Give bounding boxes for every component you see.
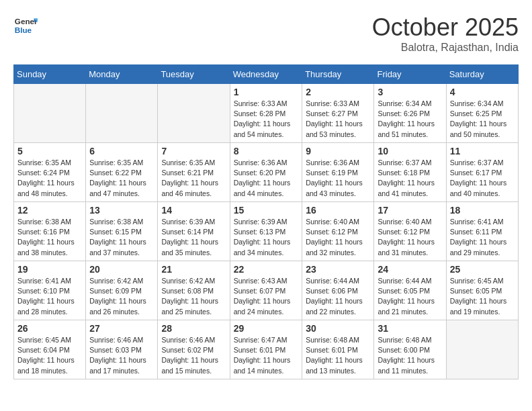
calendar-cell: 11Sunrise: 6:37 AM Sunset: 6:17 PM Dayli…	[446, 143, 518, 202]
day-info: Sunrise: 6:48 AM Sunset: 6:00 PM Dayligh…	[378, 335, 442, 376]
week-row-4: 19Sunrise: 6:41 AM Sunset: 6:10 PM Dayli…	[14, 261, 519, 320]
calendar-cell: 6Sunrise: 6:35 AM Sunset: 6:22 PM Daylig…	[86, 143, 158, 202]
weekday-header-sunday: Sunday	[14, 65, 86, 84]
calendar-cell: 12Sunrise: 6:38 AM Sunset: 6:16 PM Dayli…	[14, 202, 86, 261]
day-number: 28	[161, 323, 226, 334]
day-number: 21	[161, 264, 226, 275]
calendar-cell: 25Sunrise: 6:45 AM Sunset: 6:05 PM Dayli…	[446, 261, 518, 320]
day-info: Sunrise: 6:33 AM Sunset: 6:27 PM Dayligh…	[306, 99, 370, 140]
day-info: Sunrise: 6:37 AM Sunset: 6:17 PM Dayligh…	[450, 158, 515, 199]
calendar-cell: 28Sunrise: 6:46 AM Sunset: 6:02 PM Dayli…	[158, 320, 230, 379]
day-info: Sunrise: 6:35 AM Sunset: 6:24 PM Dayligh…	[17, 158, 82, 199]
day-info: Sunrise: 6:35 AM Sunset: 6:22 PM Dayligh…	[89, 158, 154, 199]
weekday-header-monday: Monday	[86, 65, 158, 84]
calendar-cell	[14, 84, 86, 143]
calendar-cell: 9Sunrise: 6:36 AM Sunset: 6:19 PM Daylig…	[302, 143, 374, 202]
week-row-2: 5Sunrise: 6:35 AM Sunset: 6:24 PM Daylig…	[14, 143, 519, 202]
calendar-cell: 31Sunrise: 6:48 AM Sunset: 6:00 PM Dayli…	[374, 320, 446, 379]
calendar-table: SundayMondayTuesdayWednesdayThursdayFrid…	[13, 64, 519, 379]
calendar-cell: 16Sunrise: 6:40 AM Sunset: 6:12 PM Dayli…	[302, 202, 374, 261]
day-info: Sunrise: 6:42 AM Sunset: 6:09 PM Dayligh…	[89, 276, 154, 317]
day-info: Sunrise: 6:36 AM Sunset: 6:19 PM Dayligh…	[306, 158, 370, 199]
day-info: Sunrise: 6:47 AM Sunset: 6:01 PM Dayligh…	[234, 335, 299, 376]
day-info: Sunrise: 6:40 AM Sunset: 6:12 PM Dayligh…	[306, 217, 370, 258]
calendar-cell: 30Sunrise: 6:48 AM Sunset: 6:01 PM Dayli…	[302, 320, 374, 379]
calendar-cell: 19Sunrise: 6:41 AM Sunset: 6:10 PM Dayli…	[14, 261, 86, 320]
day-number: 15	[234, 205, 299, 216]
month-title: October 2025	[372, 13, 519, 42]
calendar-cell: 10Sunrise: 6:37 AM Sunset: 6:18 PM Dayli…	[374, 143, 446, 202]
day-number: 4	[450, 87, 515, 97]
calendar-cell: 13Sunrise: 6:38 AM Sunset: 6:15 PM Dayli…	[86, 202, 158, 261]
calendar-cell: 5Sunrise: 6:35 AM Sunset: 6:24 PM Daylig…	[14, 143, 86, 202]
day-info: Sunrise: 6:44 AM Sunset: 6:06 PM Dayligh…	[306, 276, 370, 317]
day-number: 22	[234, 264, 299, 275]
calendar-cell: 3Sunrise: 6:34 AM Sunset: 6:26 PM Daylig…	[374, 84, 446, 143]
calendar-cell: 1Sunrise: 6:33 AM Sunset: 6:28 PM Daylig…	[230, 84, 302, 143]
day-number: 1	[234, 87, 299, 97]
day-info: Sunrise: 6:39 AM Sunset: 6:14 PM Dayligh…	[161, 217, 226, 258]
day-number: 12	[17, 205, 82, 216]
day-number: 17	[378, 205, 442, 216]
day-info: Sunrise: 6:33 AM Sunset: 6:28 PM Dayligh…	[234, 99, 299, 140]
page-header: General Blue October 2025 Balotra, Rajas…	[13, 13, 519, 54]
day-info: Sunrise: 6:39 AM Sunset: 6:13 PM Dayligh…	[234, 217, 299, 258]
calendar-cell: 23Sunrise: 6:44 AM Sunset: 6:06 PM Dayli…	[302, 261, 374, 320]
week-row-5: 26Sunrise: 6:45 AM Sunset: 6:04 PM Dayli…	[14, 320, 519, 379]
day-info: Sunrise: 6:45 AM Sunset: 6:05 PM Dayligh…	[450, 276, 515, 317]
calendar-cell: 17Sunrise: 6:40 AM Sunset: 6:12 PM Dayli…	[374, 202, 446, 261]
weekday-header-saturday: Saturday	[446, 65, 518, 84]
day-number: 31	[378, 323, 442, 334]
day-info: Sunrise: 6:44 AM Sunset: 6:05 PM Dayligh…	[378, 276, 442, 317]
calendar-cell: 26Sunrise: 6:45 AM Sunset: 6:04 PM Dayli…	[14, 320, 86, 379]
day-number: 20	[89, 264, 154, 275]
day-info: Sunrise: 6:37 AM Sunset: 6:18 PM Dayligh…	[378, 158, 442, 199]
day-number: 24	[378, 264, 442, 275]
calendar-cell: 8Sunrise: 6:36 AM Sunset: 6:20 PM Daylig…	[230, 143, 302, 202]
calendar-cell: 27Sunrise: 6:46 AM Sunset: 6:03 PM Dayli…	[86, 320, 158, 379]
day-number: 2	[306, 87, 370, 97]
location-subtitle: Balotra, Rajasthan, India	[372, 42, 519, 54]
calendar-cell: 2Sunrise: 6:33 AM Sunset: 6:27 PM Daylig…	[302, 84, 374, 143]
weekday-header-friday: Friday	[374, 65, 446, 84]
weekday-header-thursday: Thursday	[302, 65, 374, 84]
calendar-cell: 7Sunrise: 6:35 AM Sunset: 6:21 PM Daylig…	[158, 143, 230, 202]
day-info: Sunrise: 6:34 AM Sunset: 6:26 PM Dayligh…	[378, 99, 442, 140]
day-number: 3	[378, 87, 442, 97]
day-info: Sunrise: 6:34 AM Sunset: 6:25 PM Dayligh…	[450, 99, 515, 140]
day-info: Sunrise: 6:41 AM Sunset: 6:10 PM Dayligh…	[17, 276, 82, 317]
day-number: 16	[306, 205, 370, 216]
day-number: 29	[234, 323, 299, 334]
day-info: Sunrise: 6:41 AM Sunset: 6:11 PM Dayligh…	[450, 217, 515, 258]
day-info: Sunrise: 6:35 AM Sunset: 6:21 PM Dayligh…	[161, 158, 226, 199]
day-number: 9	[306, 146, 370, 156]
calendar-cell	[86, 84, 158, 143]
day-number: 19	[17, 264, 82, 275]
weekday-header-wednesday: Wednesday	[230, 65, 302, 84]
day-info: Sunrise: 6:46 AM Sunset: 6:03 PM Dayligh…	[89, 335, 154, 376]
week-row-1: 1Sunrise: 6:33 AM Sunset: 6:28 PM Daylig…	[14, 84, 519, 143]
calendar-cell: 22Sunrise: 6:43 AM Sunset: 6:07 PM Dayli…	[230, 261, 302, 320]
day-number: 10	[378, 146, 442, 156]
calendar-cell	[446, 320, 518, 379]
day-info: Sunrise: 6:40 AM Sunset: 6:12 PM Dayligh…	[378, 217, 442, 258]
calendar-cell: 4Sunrise: 6:34 AM Sunset: 6:25 PM Daylig…	[446, 84, 518, 143]
day-number: 27	[89, 323, 154, 334]
day-number: 5	[17, 146, 82, 156]
day-number: 14	[161, 205, 226, 216]
day-number: 7	[161, 146, 226, 156]
day-info: Sunrise: 6:38 AM Sunset: 6:15 PM Dayligh…	[89, 217, 154, 258]
weekday-header-tuesday: Tuesday	[158, 65, 230, 84]
day-number: 30	[306, 323, 370, 334]
logo: General Blue	[13, 13, 38, 38]
day-number: 8	[234, 146, 299, 156]
day-info: Sunrise: 6:45 AM Sunset: 6:04 PM Dayligh…	[17, 335, 82, 376]
day-number: 25	[450, 264, 515, 275]
day-number: 6	[89, 146, 154, 156]
day-info: Sunrise: 6:48 AM Sunset: 6:01 PM Dayligh…	[306, 335, 370, 376]
day-info: Sunrise: 6:36 AM Sunset: 6:20 PM Dayligh…	[234, 158, 299, 199]
calendar-cell: 18Sunrise: 6:41 AM Sunset: 6:11 PM Dayli…	[446, 202, 518, 261]
calendar-cell: 24Sunrise: 6:44 AM Sunset: 6:05 PM Dayli…	[374, 261, 446, 320]
day-info: Sunrise: 6:42 AM Sunset: 6:08 PM Dayligh…	[161, 276, 226, 317]
day-info: Sunrise: 6:43 AM Sunset: 6:07 PM Dayligh…	[234, 276, 299, 317]
